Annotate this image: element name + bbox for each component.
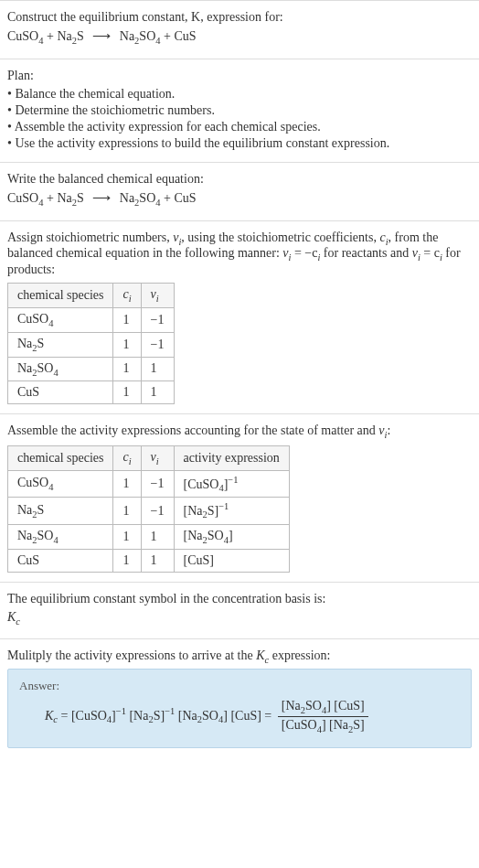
eq-part: Na — [120, 29, 134, 43]
cell-nu: −1 — [141, 332, 174, 357]
sp: Na — [17, 337, 32, 350]
act: SO — [208, 529, 224, 542]
text: Assemble the activity expressions accoun… — [7, 423, 378, 437]
text: : — [387, 423, 390, 437]
sp-sub: 4 — [48, 482, 53, 492]
table-row: CuS 1 1 [CuS] — [8, 549, 290, 572]
cell-nu: 1 — [141, 549, 174, 572]
multiply-text: Mulitply the activity expressions to arr… — [7, 648, 472, 665]
text: for reactants and — [320, 246, 411, 260]
term-sup: −1 — [165, 706, 175, 716]
text: Mulitply the activity expressions to arr… — [7, 648, 256, 662]
cell-species: CuS — [8, 549, 113, 572]
cell-nu: 1 — [141, 524, 174, 549]
plan-list: • Balance the chemical equation. • Deter… — [7, 87, 472, 151]
col-species: chemical species — [8, 284, 113, 308]
symbol-section: The equilibrium constant symbol in the c… — [0, 582, 479, 639]
cell-nu: 1 — [141, 381, 174, 404]
col-ci: ci — [113, 284, 141, 308]
col-ci: ci — [113, 446, 141, 471]
den-part: ] [Na — [322, 718, 348, 732]
plan-item: • Assemble the activity expression for e… — [7, 120, 472, 134]
table-row: CuSO4 1 −1 — [8, 307, 175, 332]
cell-c: 1 — [113, 357, 141, 381]
table-row: Na2SO4 1 1 — [8, 357, 175, 381]
table-header-row: chemical species ci νi — [8, 284, 175, 308]
answer-box: Answer: Kc = [CuSO4]−1 [Na2S]−1 [Na2SO4]… — [7, 669, 472, 748]
cell-nu: −1 — [141, 307, 174, 332]
sp: Na — [17, 503, 32, 517]
assign-section: Assign stoichiometric numbers, νi, using… — [0, 220, 479, 414]
rel: = −c — [291, 246, 317, 260]
cell-nu: −1 — [141, 470, 174, 497]
act: S] — [208, 504, 218, 518]
sp: CuSO — [17, 312, 48, 326]
table-row: CuSO4 1 −1 [CuSO4]−1 — [8, 470, 290, 497]
sp: CuS — [17, 385, 39, 399]
text: , using the stoichiometric coefficients, — [181, 230, 379, 244]
table-row: Na2S 1 −1 — [8, 332, 175, 357]
eq-part: CuSO — [7, 191, 38, 205]
balanced-title: Write the balanced chemical equation: — [7, 172, 472, 187]
sp: SO — [37, 529, 54, 542]
act: [Na — [184, 529, 203, 542]
eq-part: S — [77, 191, 84, 205]
cell-species: Na2S — [8, 498, 113, 524]
term: SO — [202, 709, 218, 723]
text: Assign stoichiometric numbers, — [7, 230, 173, 244]
balanced-equation: CuSO4 + Na2S ⟶ Na2SO4 + CuS — [7, 190, 472, 208]
cell-c: 1 — [113, 332, 141, 357]
header-text: chemical species — [17, 451, 103, 465]
sp: S — [37, 503, 45, 517]
cell-c: 1 — [113, 524, 141, 549]
plan-item: • Balance the chemical equation. — [7, 87, 472, 102]
k: K — [45, 709, 53, 723]
cell-activity: [Na2S]−1 — [174, 498, 289, 524]
activity-section: Assemble the activity expressions accoun… — [0, 413, 479, 581]
eq: = — [58, 709, 71, 723]
header-sub: i — [156, 294, 159, 304]
col-nui: νi — [141, 284, 174, 308]
cell-species: CuSO4 — [8, 470, 113, 497]
denominator: [CuSO4] [Na2S] — [278, 717, 368, 734]
plan-item: • Use the activity expressions to build … — [7, 136, 472, 151]
stoich-table: chemical species ci νi CuSO4 1 −1 Na2S 1… — [7, 283, 175, 404]
term: S] — [154, 709, 165, 723]
sp: Na — [17, 529, 32, 542]
eq-part: S — [77, 29, 84, 43]
cell-species: Na2SO4 — [8, 357, 113, 381]
table-row: CuS 1 1 — [8, 381, 175, 404]
sp: CuS — [17, 553, 39, 567]
symbol-text: The equilibrium constant symbol in the c… — [7, 592, 472, 606]
eq-part: + Na — [43, 191, 71, 205]
term: [CuS] = — [228, 709, 275, 723]
header-text: activity expression — [184, 451, 280, 465]
symbol-kc: Kc — [7, 610, 472, 627]
den-part: S] — [353, 718, 364, 732]
k: K — [7, 610, 16, 624]
cell-c: 1 — [113, 470, 141, 497]
num-part: SO — [305, 699, 322, 713]
term: [Na — [175, 709, 197, 723]
eq-part: + CuS — [161, 191, 197, 205]
header-sub: i — [129, 294, 132, 304]
arrow-icon: ⟶ — [92, 28, 111, 44]
act-sup: −1 — [218, 501, 229, 511]
plan-title: Plan: — [7, 69, 472, 83]
plan-item: • Determine the stoichiometric numbers. — [7, 103, 472, 118]
act-sup: −1 — [228, 475, 238, 485]
act: [Na — [184, 504, 203, 518]
intro-text-a: Construct the equilibrium constant, K, e… — [7, 10, 283, 24]
cell-activity: [Na2SO4] — [174, 524, 289, 549]
intro-equation: CuSO4 + Na2S ⟶ Na2SO4 + CuS — [7, 28, 472, 46]
act: [CuS] — [184, 553, 214, 567]
eq-part: + Na — [43, 29, 71, 43]
balanced-section: Write the balanced chemical equation: Cu… — [0, 162, 479, 220]
answer-label: Answer: — [19, 679, 460, 693]
term: [CuSO — [71, 709, 107, 723]
rel: = c — [420, 246, 440, 260]
cell-c: 1 — [113, 549, 141, 572]
header-text: chemical species — [17, 288, 103, 302]
sp-sub: 4 — [53, 367, 58, 377]
cell-species: Na2S — [8, 332, 113, 357]
